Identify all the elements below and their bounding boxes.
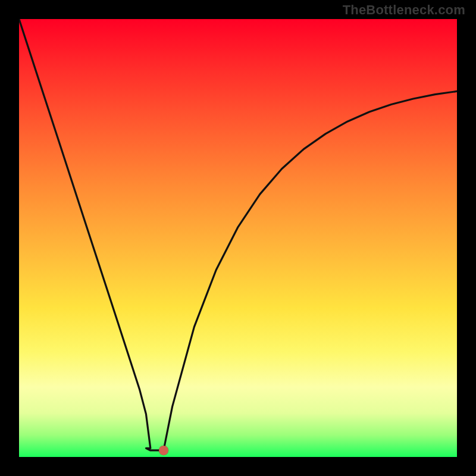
curve-svg xyxy=(19,19,457,457)
bottleneck-curve xyxy=(19,19,457,450)
chart-frame: TheBottleneck.com xyxy=(0,0,476,476)
minimum-marker-dot xyxy=(159,446,168,455)
watermark-text: TheBottleneck.com xyxy=(343,2,465,18)
plot-area xyxy=(19,19,457,457)
